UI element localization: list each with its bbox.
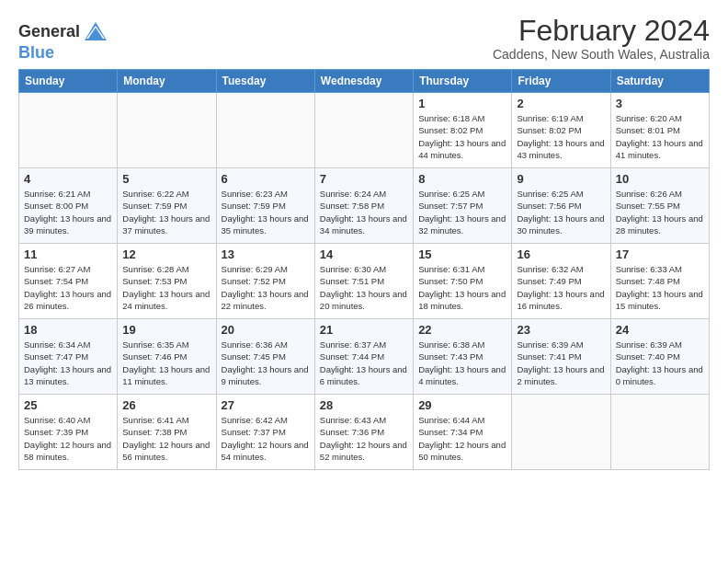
calendar-cell: 22Sunrise: 6:38 AMSunset: 7:43 PMDayligh… xyxy=(414,319,512,395)
week-row-1: 1Sunrise: 6:18 AMSunset: 8:02 PMDaylight… xyxy=(19,93,710,168)
day-info: Sunrise: 6:39 AMSunset: 7:41 PMDaylight:… xyxy=(517,339,605,387)
weekday-header-row: SundayMondayTuesdayWednesdayThursdayFrid… xyxy=(19,70,710,93)
day-number: 28 xyxy=(320,398,408,412)
day-info: Sunrise: 6:42 AMSunset: 7:37 PMDaylight:… xyxy=(222,414,310,463)
day-info: Sunrise: 6:39 AMSunset: 7:40 PMDaylight:… xyxy=(616,339,704,387)
calendar-cell: 11Sunrise: 6:27 AMSunset: 7:54 PMDayligh… xyxy=(19,244,118,319)
day-number: 1 xyxy=(418,97,506,110)
day-info: Sunrise: 6:20 AMSunset: 8:01 PMDaylight:… xyxy=(616,112,704,161)
header: General Blue February 2024 Caddens, New … xyxy=(18,15,710,62)
calendar-cell: 3Sunrise: 6:20 AMSunset: 8:01 PMDaylight… xyxy=(610,93,709,168)
day-info: Sunrise: 6:36 AMSunset: 7:45 PMDaylight:… xyxy=(222,339,310,387)
day-number: 27 xyxy=(222,398,310,412)
day-number: 23 xyxy=(517,323,605,337)
calendar-cell: 19Sunrise: 6:35 AMSunset: 7:46 PMDayligh… xyxy=(118,319,216,395)
calendar-cell: 20Sunrise: 6:36 AMSunset: 7:45 PMDayligh… xyxy=(216,319,314,395)
day-number: 20 xyxy=(222,323,310,337)
day-info: Sunrise: 6:26 AMSunset: 7:55 PMDaylight:… xyxy=(616,188,704,236)
calendar-cell: 21Sunrise: 6:37 AMSunset: 7:44 PMDayligh… xyxy=(314,319,413,395)
calendar-cell xyxy=(314,93,413,168)
day-number: 11 xyxy=(24,247,112,261)
calendar-cell: 12Sunrise: 6:28 AMSunset: 7:53 PMDayligh… xyxy=(118,244,216,319)
calendar-cell xyxy=(512,395,610,470)
weekday-header-monday: Monday xyxy=(118,70,216,93)
day-info: Sunrise: 6:23 AMSunset: 7:59 PMDaylight:… xyxy=(222,188,310,236)
day-info: Sunrise: 6:40 AMSunset: 7:39 PMDaylight:… xyxy=(24,414,112,463)
day-number: 13 xyxy=(222,247,310,261)
day-number: 24 xyxy=(616,323,704,337)
day-number: 16 xyxy=(517,247,605,261)
day-info: Sunrise: 6:32 AMSunset: 7:49 PMDaylight:… xyxy=(517,263,605,312)
weekday-header-tuesday: Tuesday xyxy=(216,70,314,93)
day-number: 8 xyxy=(418,172,506,186)
logo-icon xyxy=(83,18,108,44)
day-number: 7 xyxy=(320,172,408,186)
day-number: 4 xyxy=(24,172,112,186)
calendar-cell: 4Sunrise: 6:21 AMSunset: 8:00 PMDaylight… xyxy=(19,168,118,244)
weekday-header-wednesday: Wednesday xyxy=(314,70,413,93)
calendar-cell: 13Sunrise: 6:29 AMSunset: 7:52 PMDayligh… xyxy=(216,244,314,319)
day-info: Sunrise: 6:34 AMSunset: 7:47 PMDaylight:… xyxy=(24,339,112,387)
day-info: Sunrise: 6:25 AMSunset: 7:57 PMDaylight:… xyxy=(418,188,506,236)
day-number: 12 xyxy=(122,247,210,261)
calendar-cell xyxy=(610,395,709,470)
calendar-cell xyxy=(19,93,118,168)
page: General Blue February 2024 Caddens, New … xyxy=(0,0,728,563)
logo-blue: Blue xyxy=(18,43,54,62)
calendar-cell: 17Sunrise: 6:33 AMSunset: 7:48 PMDayligh… xyxy=(610,244,709,319)
weekday-header-saturday: Saturday xyxy=(610,70,709,93)
calendar-table: SundayMondayTuesdayWednesdayThursdayFrid… xyxy=(18,69,710,470)
day-number: 19 xyxy=(122,323,210,337)
day-info: Sunrise: 6:43 AMSunset: 7:36 PMDaylight:… xyxy=(320,414,408,463)
weekday-header-thursday: Thursday xyxy=(414,70,512,93)
title-block: February 2024 Caddens, New South Wales, … xyxy=(493,15,710,62)
day-number: 14 xyxy=(320,247,408,261)
day-info: Sunrise: 6:30 AMSunset: 7:51 PMDaylight:… xyxy=(320,263,408,312)
day-number: 26 xyxy=(122,398,210,412)
day-number: 9 xyxy=(517,172,605,186)
weekday-header-friday: Friday xyxy=(512,70,610,93)
weekday-header-sunday: Sunday xyxy=(19,70,118,93)
calendar-cell: 24Sunrise: 6:39 AMSunset: 7:40 PMDayligh… xyxy=(610,319,709,395)
week-row-4: 18Sunrise: 6:34 AMSunset: 7:47 PMDayligh… xyxy=(19,319,710,395)
day-info: Sunrise: 6:28 AMSunset: 7:53 PMDaylight:… xyxy=(122,263,210,312)
calendar-cell: 9Sunrise: 6:25 AMSunset: 7:56 PMDaylight… xyxy=(512,168,610,244)
calendar-cell: 15Sunrise: 6:31 AMSunset: 7:50 PMDayligh… xyxy=(414,244,512,319)
calendar-cell: 18Sunrise: 6:34 AMSunset: 7:47 PMDayligh… xyxy=(19,319,118,395)
calendar-cell xyxy=(216,93,314,168)
day-number: 3 xyxy=(616,97,704,110)
calendar-cell: 1Sunrise: 6:18 AMSunset: 8:02 PMDaylight… xyxy=(414,93,512,168)
day-info: Sunrise: 6:21 AMSunset: 8:00 PMDaylight:… xyxy=(24,188,112,236)
day-info: Sunrise: 6:18 AMSunset: 8:02 PMDaylight:… xyxy=(418,112,506,161)
week-row-3: 11Sunrise: 6:27 AMSunset: 7:54 PMDayligh… xyxy=(19,244,710,319)
day-info: Sunrise: 6:33 AMSunset: 7:48 PMDaylight:… xyxy=(616,263,704,312)
day-info: Sunrise: 6:41 AMSunset: 7:38 PMDaylight:… xyxy=(122,414,210,463)
calendar-cell: 27Sunrise: 6:42 AMSunset: 7:37 PMDayligh… xyxy=(216,395,314,470)
day-info: Sunrise: 6:25 AMSunset: 7:56 PMDaylight:… xyxy=(517,188,605,236)
logo: General Blue xyxy=(18,18,108,62)
week-row-5: 25Sunrise: 6:40 AMSunset: 7:39 PMDayligh… xyxy=(19,395,710,470)
calendar-cell: 5Sunrise: 6:22 AMSunset: 7:59 PMDaylight… xyxy=(118,168,216,244)
calendar-cell: 25Sunrise: 6:40 AMSunset: 7:39 PMDayligh… xyxy=(19,395,118,470)
day-info: Sunrise: 6:22 AMSunset: 7:59 PMDaylight:… xyxy=(122,188,210,236)
week-row-2: 4Sunrise: 6:21 AMSunset: 8:00 PMDaylight… xyxy=(19,168,710,244)
day-info: Sunrise: 6:44 AMSunset: 7:34 PMDaylight:… xyxy=(418,414,506,463)
calendar-cell: 16Sunrise: 6:32 AMSunset: 7:49 PMDayligh… xyxy=(512,244,610,319)
day-number: 6 xyxy=(222,172,310,186)
month-year-title: February 2024 xyxy=(493,15,710,47)
day-number: 29 xyxy=(418,398,506,412)
day-number: 5 xyxy=(122,172,210,186)
calendar-cell: 10Sunrise: 6:26 AMSunset: 7:55 PMDayligh… xyxy=(610,168,709,244)
day-info: Sunrise: 6:24 AMSunset: 7:58 PMDaylight:… xyxy=(320,188,408,236)
location-subtitle: Caddens, New South Wales, Australia xyxy=(493,47,710,62)
day-number: 15 xyxy=(418,247,506,261)
day-number: 25 xyxy=(24,398,112,412)
day-info: Sunrise: 6:19 AMSunset: 8:02 PMDaylight:… xyxy=(517,112,605,161)
calendar-cell: 26Sunrise: 6:41 AMSunset: 7:38 PMDayligh… xyxy=(118,395,216,470)
calendar-cell: 14Sunrise: 6:30 AMSunset: 7:51 PMDayligh… xyxy=(314,244,413,319)
day-number: 2 xyxy=(517,97,605,110)
day-number: 22 xyxy=(418,323,506,337)
logo-general: General xyxy=(18,23,80,40)
day-number: 10 xyxy=(616,172,704,186)
calendar-cell: 28Sunrise: 6:43 AMSunset: 7:36 PMDayligh… xyxy=(314,395,413,470)
